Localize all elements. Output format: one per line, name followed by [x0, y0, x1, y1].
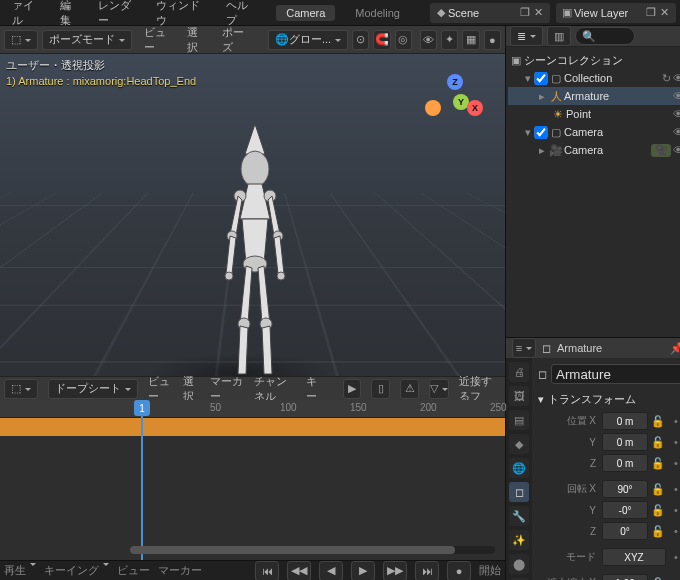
mode-dropdown[interactable]: ポーズモード	[42, 30, 132, 50]
row-armature[interactable]: Armature	[564, 90, 671, 102]
menu-file[interactable]: ァイル	[4, 0, 52, 28]
keying-label[interactable]: キーイング	[44, 563, 109, 578]
3d-menu-view[interactable]: ビュー	[136, 25, 175, 55]
cam-active-icon[interactable]: 🎥	[651, 144, 671, 157]
tab-physics[interactable]: ⬤	[509, 554, 529, 574]
timeline-scroll-thumb[interactable]	[130, 546, 455, 554]
lock-icon[interactable]: 🔓	[650, 577, 666, 581]
outliner-search[interactable]: 🔍	[575, 27, 635, 45]
snap-toggle[interactable]: 🧲	[373, 30, 390, 50]
ds-cursor-icon[interactable]: ▶	[343, 379, 362, 399]
ds-nearest[interactable]: 近接するフ	[459, 374, 501, 404]
menu-edit[interactable]: 編集	[52, 0, 89, 28]
object-name-field[interactable]	[551, 364, 680, 384]
ds-menu-select[interactable]: 選択	[183, 374, 200, 404]
anim-dot-icon[interactable]: •	[668, 525, 680, 537]
playback-label[interactable]: 再生	[4, 563, 36, 578]
ds-sel-icon[interactable]: ▯	[371, 379, 390, 399]
scene-browse-icon[interactable]: ❐	[518, 6, 532, 20]
editor-type-outliner[interactable]: ≣	[510, 26, 543, 46]
viewlayer-close-icon[interactable]: ✕	[658, 6, 672, 20]
viewlayer-name[interactable]: View Layer	[574, 7, 644, 19]
gizmo-neg-icon[interactable]	[425, 100, 441, 116]
anim-dot-icon[interactable]: •	[668, 551, 680, 563]
lock-icon[interactable]: 🔓	[650, 525, 666, 538]
rot-x[interactable]: 90°	[602, 480, 648, 498]
loc-x[interactable]: 0 m	[602, 412, 648, 430]
xray-toggle[interactable]: ▦	[462, 30, 479, 50]
lock-icon[interactable]: 🔓	[650, 457, 666, 470]
menu-window[interactable]: ウィンドウ	[148, 0, 218, 28]
anim-dot-icon[interactable]: •	[668, 483, 680, 495]
eye-icon[interactable]: 👁	[673, 144, 680, 156]
prev-key-icon[interactable]: ◀◀	[287, 561, 311, 581]
anim-dot-icon[interactable]: •	[668, 457, 680, 469]
editor-type-3dview[interactable]: ⬚	[4, 30, 38, 50]
3d-menu-pose[interactable]: ポーズ	[214, 25, 253, 55]
row-point[interactable]: Point	[566, 108, 671, 120]
anim-dot-icon[interactable]: •	[668, 436, 680, 448]
tab-particles[interactable]: ✨	[509, 530, 529, 550]
ds-menu-view[interactable]: ビュー	[148, 374, 173, 404]
transform-orientation[interactable]: 🌐 グロー...	[268, 30, 348, 50]
play-rev-icon[interactable]: ◀	[319, 561, 343, 581]
menu-render[interactable]: レンダー	[90, 0, 149, 28]
eye-icon[interactable]: 👁	[673, 72, 680, 84]
tab-object[interactable]: ◻	[509, 482, 529, 502]
scale-x[interactable]: 1.00	[602, 574, 648, 580]
lock-icon[interactable]: 🔓	[650, 436, 666, 449]
workspace-modeling[interactable]: Modeling	[345, 5, 410, 21]
toggle-collection[interactable]	[534, 72, 548, 85]
record-icon[interactable]: ●	[447, 561, 471, 581]
ds-warn-icon[interactable]: ⚠	[400, 379, 419, 399]
editor-type-properties[interactable]: ≡	[512, 338, 536, 358]
pin-icon[interactable]: 📌	[670, 342, 680, 355]
play-icon[interactable]: ▶	[351, 561, 375, 581]
nav-gizmo[interactable]: Z Y X	[425, 74, 485, 134]
scene-collection[interactable]: シーンコレクション	[524, 53, 680, 68]
proportional-edit[interactable]: ◎	[395, 30, 412, 50]
jump-start-icon[interactable]: ⏮	[255, 561, 279, 581]
scene-name[interactable]: Scene	[448, 7, 518, 19]
anim-dot-icon[interactable]: •	[668, 504, 680, 516]
panel-transform-title[interactable]: トランスフォーム	[548, 392, 636, 407]
outliner-display-mode[interactable]: ▥	[547, 26, 571, 46]
pivot-dropdown[interactable]: ⊙	[352, 30, 369, 50]
twisty-camera[interactable]: ▸	[536, 144, 548, 157]
loc-z[interactable]: 0 m	[602, 454, 648, 472]
tab-world[interactable]: 🌐	[509, 458, 529, 478]
ds-menu-key[interactable]: キー	[306, 374, 323, 404]
bb-view[interactable]: ビュー	[117, 563, 150, 578]
editor-type-dopesheet[interactable]: ⬚	[4, 379, 38, 399]
tab-output[interactable]: 🖼	[509, 386, 529, 406]
twisty-armature[interactable]: ▸	[536, 90, 548, 103]
dopesheet-area[interactable]: 50 100 150 200 250 1	[0, 400, 505, 560]
tab-viewlayer[interactable]: ▤	[509, 410, 529, 430]
ds-menu-marker[interactable]: マーカー	[210, 374, 244, 404]
shading-dropdown[interactable]: ●	[484, 30, 501, 50]
playhead[interactable]	[141, 400, 143, 560]
rot-y[interactable]: -0°	[602, 501, 648, 519]
loc-y[interactable]: 0 m	[602, 433, 648, 451]
outliner[interactable]: ▣ シーンコレクション ▾ ▢ Collection ↻ 👁 ▸ 人 Armat…	[506, 47, 680, 337]
lock-icon[interactable]: 🔓	[650, 483, 666, 496]
ds-menu-channel[interactable]: チャンネル	[254, 374, 296, 404]
exclude-icon[interactable]: ↻	[662, 72, 671, 85]
eye-icon[interactable]: 👁	[673, 90, 680, 102]
current-frame[interactable]: 1	[134, 400, 150, 416]
twisty-camera-col[interactable]: ▾	[522, 126, 534, 139]
rot-mode[interactable]: XYZ	[602, 548, 666, 566]
anim-dot-icon[interactable]: •	[668, 415, 680, 427]
toggle-camera-col[interactable]	[534, 126, 548, 139]
tab-modifiers[interactable]: 🔧	[509, 506, 529, 526]
dopesheet-mode[interactable]: ドープシート	[48, 379, 138, 399]
lock-icon[interactable]: 🔓	[650, 504, 666, 517]
twisty-collection[interactable]: ▾	[522, 72, 534, 85]
tab-render[interactable]: 🖨	[509, 362, 529, 382]
twisty-transform[interactable]: ▾	[538, 393, 544, 406]
next-key-icon[interactable]: ▶▶	[383, 561, 407, 581]
gizmo-toggle[interactable]: ✦	[441, 30, 458, 50]
scene-close-icon[interactable]: ✕	[532, 6, 546, 20]
frame-ruler[interactable]: 50 100 150 200 250	[0, 400, 505, 418]
row-camera-col[interactable]: Camera	[564, 126, 671, 138]
